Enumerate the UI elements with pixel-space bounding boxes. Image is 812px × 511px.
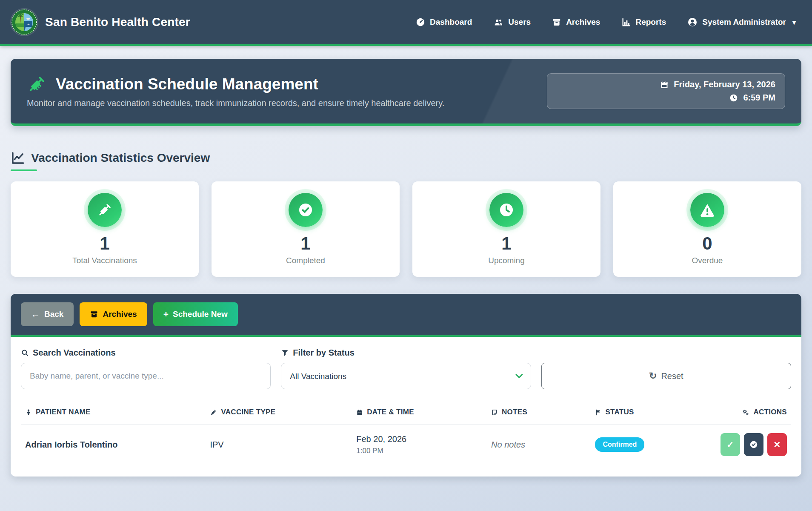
stat-value: 1 <box>212 234 400 253</box>
stats-heading: Vaccination Statistics Overview <box>11 151 801 165</box>
current-date: Friday, February 13, 2026 <box>674 80 775 89</box>
archive-icon <box>90 310 98 319</box>
panel-toolbar: ← Back Archives + Schedule New <box>11 294 801 337</box>
reset-button[interactable]: ↻ Reset <box>541 363 791 389</box>
schedule-new-button-label: Schedule New <box>173 310 228 319</box>
column-header-label: STATUS <box>605 408 634 416</box>
stat-value: 1 <box>412 234 600 253</box>
column-header-label: DATE & TIME <box>367 408 414 416</box>
syringe-icon <box>27 75 46 94</box>
syringe-icon <box>210 409 217 416</box>
filter-label-text: Filter by Status <box>293 348 354 358</box>
stats-heading-text: Vaccination Statistics Overview <box>31 151 210 165</box>
search-icon <box>21 349 29 357</box>
search-label: Search Vaccinations <box>21 348 271 358</box>
back-button-label: Back <box>44 310 63 319</box>
archive-icon <box>552 17 561 27</box>
check-icon: ✓ <box>727 439 734 450</box>
stat-value: 1 <box>11 234 199 253</box>
user-menu-label: System Administrator <box>702 17 786 27</box>
health-center-seal-logo-icon <box>11 9 37 35</box>
stat-card-overdue: 0 Overdue <box>613 181 801 277</box>
heading-underline <box>11 169 37 171</box>
archives-button-label: Archives <box>103 310 137 319</box>
syringe-icon <box>88 193 122 227</box>
datetime-box: Friday, February 13, 2026 6:59 PM <box>547 73 785 109</box>
x-icon: ✕ <box>774 439 781 450</box>
vaccinations-table: PATIENT NAME VACCINE TYPE <box>21 400 791 465</box>
nav-item-label: Archives <box>566 17 600 27</box>
vaccination-row: Adrian Iorbis Tolentino IPV Feb 20, 2026… <box>21 425 791 465</box>
patient-name: Adrian Iorbis Tolentino <box>21 425 206 465</box>
search-label-text: Search Vaccinations <box>33 348 116 358</box>
status-badge: Confirmed <box>595 437 644 452</box>
stat-cards: 1 Total Vaccinations 1 Completed 1 Upcom… <box>11 181 801 277</box>
stat-label: Overdue <box>613 256 801 265</box>
schedule-new-button[interactable]: + Schedule New <box>153 302 238 326</box>
flag-icon <box>595 409 601 416</box>
confirm-button[interactable] <box>744 433 763 456</box>
plus-icon: + <box>163 309 169 319</box>
filter-label: Filter by Status <box>281 348 531 358</box>
page-header-banner: Vaccination Schedule Management Monitor … <box>11 59 801 126</box>
stat-label: Upcoming <box>412 256 600 265</box>
users-icon <box>493 17 503 27</box>
table-header-row: PATIENT NAME VACCINE TYPE <box>21 400 791 425</box>
row-actions: ✓ ✕ <box>703 433 787 456</box>
page-content: Vaccination Schedule Management Monitor … <box>0 59 812 477</box>
filter-funnel-icon <box>281 349 289 357</box>
column-header-label: NOTES <box>502 408 527 416</box>
cogs-icon <box>742 409 749 416</box>
check-circle-icon <box>749 440 758 449</box>
stat-card-total: 1 Total Vaccinations <box>11 181 199 277</box>
filters-row: Search Vaccinations Filter by Status All… <box>21 348 791 389</box>
clock-icon <box>729 94 738 102</box>
reset-button-label: Reset <box>661 371 683 381</box>
panel-body: Search Vaccinations Filter by Status All… <box>11 337 801 477</box>
complete-button[interactable]: ✓ <box>721 433 740 456</box>
notes: No notes <box>487 425 591 465</box>
nav-item-archives[interactable]: Archives <box>552 17 600 27</box>
child-icon <box>25 408 32 416</box>
stat-label: Total Vaccinations <box>11 256 199 265</box>
stat-card-upcoming: 1 Upcoming <box>412 181 600 277</box>
gauge-icon <box>416 17 425 27</box>
nav-item-users[interactable]: Users <box>493 17 531 27</box>
top-navbar: San Benito Health Center Dashboard Users… <box>0 0 812 46</box>
rotate-icon: ↻ <box>649 370 657 382</box>
calendar-icon <box>356 409 363 416</box>
column-header-label: ACTIONS <box>753 408 787 416</box>
chart-line-icon <box>11 151 25 165</box>
page-title: Vaccination Schedule Management <box>56 75 318 93</box>
arrow-left-icon: ← <box>31 309 40 319</box>
stat-card-completed: 1 Completed <box>212 181 400 277</box>
archives-button[interactable]: Archives <box>80 302 147 326</box>
page-subtitle: Monitor and manage vaccination schedules… <box>27 98 444 108</box>
stat-label: Completed <box>212 256 400 265</box>
column-header-label: PATIENT NAME <box>36 408 91 416</box>
back-button[interactable]: ← Back <box>21 302 74 326</box>
calendar-icon <box>660 80 669 89</box>
nav-item-label: Reports <box>635 17 666 27</box>
appointment-time: 1:00 PM <box>356 447 483 455</box>
vaccine-type: IPV <box>206 425 352 465</box>
stat-value: 0 <box>613 234 801 253</box>
column-header-label: VACCINE TYPE <box>221 408 275 416</box>
brand[interactable]: San Benito Health Center <box>11 9 190 35</box>
warning-triangle-icon <box>690 193 724 227</box>
chevron-down-icon: ▾ <box>792 18 796 26</box>
cancel-button[interactable]: ✕ <box>767 433 787 456</box>
user-menu[interactable]: System Administrator ▾ <box>687 17 796 27</box>
user-circle-icon <box>687 17 698 27</box>
search-input[interactable] <box>21 363 271 389</box>
status-filter-group: Filter by Status All Vaccinations <box>281 348 531 389</box>
search-group: Search Vaccinations <box>21 348 271 389</box>
nav-item-dashboard[interactable]: Dashboard <box>416 17 472 27</box>
status-filter-select[interactable]: All Vaccinations <box>281 363 531 389</box>
nav-item-label: Dashboard <box>430 17 472 27</box>
brand-title: San Benito Health Center <box>45 15 190 29</box>
nav-item-reports[interactable]: Reports <box>621 17 666 27</box>
schedule-panel: ← Back Archives + Schedule New <box>11 294 801 477</box>
nav-item-label: Users <box>508 17 531 27</box>
appointment-date: Feb 20, 2026 <box>356 434 483 444</box>
